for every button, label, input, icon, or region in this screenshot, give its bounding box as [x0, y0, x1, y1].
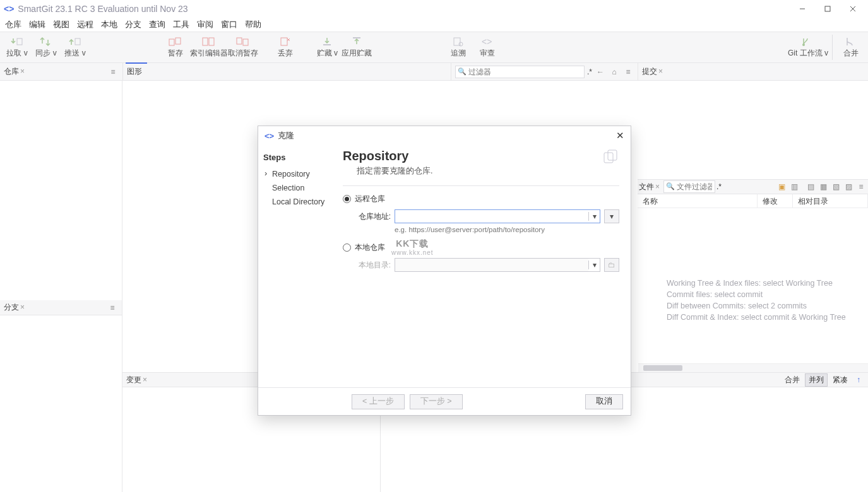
panel-repo-close-icon[interactable]: ×	[20, 67, 25, 76]
dialog-back-button: < 上一步	[352, 394, 405, 409]
svg-rect-11	[237, 38, 242, 44]
toolbar-discard[interactable]: 丢弃	[271, 33, 300, 62]
menu-window[interactable]: 窗口	[221, 19, 237, 30]
menu-local[interactable]: 本地	[101, 19, 117, 30]
dialog-title: 克隆	[278, 130, 294, 141]
file-table-header: 名称 修改 相对目录	[638, 194, 868, 208]
svg-rect-10	[243, 39, 248, 45]
menu-review[interactable]: 审阅	[197, 19, 213, 30]
commit-panel	[638, 81, 868, 179]
dialog-header-icon	[603, 149, 619, 165]
toolbar-review[interactable]: <> 审查	[473, 33, 502, 62]
panel-branches-menu-icon[interactable]: ≡	[107, 302, 118, 313]
menu-branch[interactable]: 分支	[125, 19, 141, 30]
toggle-merge[interactable]: 合并	[781, 373, 804, 387]
svg-rect-9	[209, 38, 214, 45]
panel-files-close-icon[interactable]: ×	[655, 182, 660, 191]
col-name[interactable]: 名称	[638, 194, 758, 208]
toolbar-sync[interactable]: 同步 v	[32, 33, 61, 62]
menu-remote[interactable]: 远程	[77, 19, 93, 30]
search-icon: 🔍	[458, 67, 467, 76]
file-view-opt3-icon[interactable]: ▦	[817, 181, 829, 192]
svg-rect-12	[281, 38, 287, 45]
nav-back-icon[interactable]: ←	[595, 66, 606, 78]
toggle-side-by-side[interactable]: 并列	[805, 373, 828, 387]
file-view-opt2-icon[interactable]: ▤	[805, 181, 816, 192]
toolbar-pull[interactable]: 拉取 v	[3, 33, 32, 62]
svg-text:<>: <>	[482, 37, 492, 47]
toolbar-push[interactable]: 推送 v	[61, 33, 90, 62]
window-close-button[interactable]	[841, 1, 864, 16]
step-selection[interactable]: Selection	[263, 181, 334, 195]
unstage-icon	[236, 36, 250, 47]
panel-commit-close-icon[interactable]: ×	[658, 67, 663, 76]
file-view-opt1-icon[interactable]: ▥	[788, 181, 800, 192]
file-view-opt5-icon[interactable]: ▨	[843, 181, 854, 192]
menu-help[interactable]: 帮助	[245, 19, 261, 30]
step-repository[interactable]: Repository	[263, 167, 334, 181]
step-local-directory[interactable]: Local Directory	[263, 195, 334, 209]
push-icon	[68, 36, 82, 47]
label-local-dir: 本地目录:	[355, 260, 391, 271]
toolbar-stage[interactable]: 暂存	[161, 33, 190, 62]
dialog-heading: Repository	[343, 149, 619, 163]
svg-rect-7	[175, 38, 181, 44]
panel-changes-close-icon[interactable]: ×	[143, 375, 147, 384]
menu-edit[interactable]: 编辑	[29, 19, 45, 30]
panel-repo-menu-icon[interactable]: ≡	[107, 66, 119, 78]
panel-changes-title: 变更	[126, 375, 141, 384]
toolbar-index-editor[interactable]: 索引编辑器	[190, 33, 228, 62]
app-logo-icon: <>	[4, 4, 14, 14]
col-rel[interactable]: 相对目录	[793, 194, 868, 208]
scroll-up-icon[interactable]: ↑	[853, 374, 864, 385]
toolbar-merge[interactable]: 合并	[836, 33, 865, 62]
radio-remote-icon	[343, 195, 351, 203]
repo-url-input[interactable]	[395, 210, 588, 223]
radio-local-repo[interactable]: 本地仓库	[343, 242, 619, 253]
window-title: SmartGit 23.1 RC 3 Evaluation until Nov …	[18, 4, 187, 14]
steps-heading: Steps	[263, 153, 334, 162]
panel-commit-title: 提交	[642, 67, 657, 76]
svg-rect-1	[825, 6, 830, 11]
window-minimize-button[interactable]	[791, 1, 814, 16]
files-h-scrollbar[interactable]	[638, 363, 868, 372]
graph-filter-input[interactable]	[455, 66, 585, 78]
dialog-cancel-button[interactable]: 取消	[585, 394, 623, 409]
local-dir-input	[395, 259, 588, 271]
col-mod[interactable]: 修改	[758, 194, 793, 208]
panel-branches-title: 分支	[4, 303, 19, 312]
repo-url-more-button[interactable]: ▾	[604, 209, 619, 223]
dialog-close-button[interactable]: ✕	[616, 130, 624, 141]
panel-files-title: 文件	[639, 182, 654, 191]
panel-branches-close-icon[interactable]: ×	[20, 303, 25, 312]
toggle-compact[interactable]: 紧凑	[829, 373, 852, 387]
clone-dialog: <> 克隆 ✕ Steps Repository Selection Local…	[258, 126, 631, 416]
menu-query[interactable]: 查询	[149, 19, 165, 30]
merge-icon	[844, 36, 858, 47]
file-regex-label: .*	[716, 182, 722, 191]
toolbar-blame[interactable]: 追溯	[444, 33, 473, 62]
nav-home-icon[interactable]: ⌂	[609, 66, 620, 78]
stash-icon	[320, 36, 334, 47]
toolbar-gitflow[interactable]: Git 工作流 v	[788, 33, 828, 62]
dialog-logo-icon: <>	[265, 131, 274, 141]
menu-tools[interactable]: 工具	[173, 19, 189, 30]
toolbar-stash[interactable]: 贮藏 v	[312, 33, 342, 62]
svg-rect-22	[608, 150, 617, 160]
main-toolbar: 拉取 v 同步 v 推送 v 暂存 索引编辑器 取消暂存 丢弃 贮藏 v 应用贮…	[0, 32, 868, 63]
panel-files-menu-icon[interactable]: ≡	[855, 181, 867, 192]
menu-bar: 仓库 编辑 视图 远程 本地 分支 查询 工具 审阅 窗口 帮助	[0, 18, 868, 32]
menu-view[interactable]: 视图	[53, 19, 69, 30]
radio-remote-repo[interactable]: 远程仓库	[343, 194, 619, 204]
svg-rect-8	[203, 38, 208, 45]
menu-repository[interactable]: 仓库	[5, 19, 21, 30]
repo-url-dropdown-icon[interactable]: ▾	[588, 212, 600, 221]
toolbar-unstage[interactable]: 取消暂存	[228, 33, 258, 62]
svg-rect-21	[604, 153, 613, 163]
panel-graph-menu-icon[interactable]: ≡	[622, 66, 634, 78]
window-maximize-button[interactable]	[816, 1, 839, 16]
file-view-folder-icon[interactable]: ▣	[776, 181, 787, 192]
toolbar-apply-stash[interactable]: 应用贮藏	[342, 33, 372, 62]
file-view-opt4-icon[interactable]: ▧	[830, 181, 841, 192]
dialog-next-button: 下一步 >	[410, 394, 463, 409]
